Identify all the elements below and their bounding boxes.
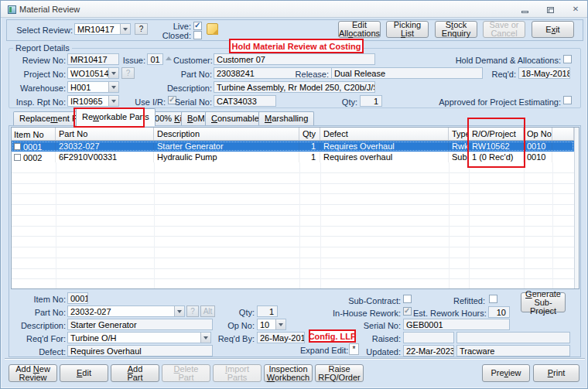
spin-up-icon[interactable] — [165, 55, 173, 63]
material-review-window: Material Review ✕ Select Review: MR10417… — [0, 0, 588, 389]
detail-reqd-by-field[interactable]: 26-May-2018 — [257, 332, 305, 343]
detail-part-alt-button: Alt — [200, 305, 215, 317]
detail-description-field[interactable]: Starter Generator — [67, 319, 213, 330]
chevron-down-icon[interactable] — [108, 96, 118, 106]
reqd-label: Req'd: — [489, 70, 516, 79]
serial-no-label: Serial No: — [173, 97, 212, 107]
project-no-combo[interactable]: WO10514 — [67, 67, 119, 79]
live-checkbox[interactable] — [193, 22, 202, 30]
restore-button[interactable] — [545, 5, 557, 15]
use-ir-label: Use I/R: — [127, 97, 166, 107]
part-no-label: Part No: — [173, 70, 212, 79]
chevron-down-icon[interactable] — [120, 24, 130, 34]
add-part-button[interactable]: Add Part — [111, 364, 159, 382]
raise-rfq-order-button[interactable]: Raise RFQ/Order — [315, 364, 364, 382]
footer-divider — [5, 358, 585, 360]
picking-list-button[interactable]: Picking List — [386, 21, 429, 38]
updated-date-field[interactable]: 22-Mar-2023 — [403, 345, 454, 357]
chevron-down-icon[interactable] — [174, 306, 184, 316]
select-review-combo[interactable]: MR10417 — [74, 23, 131, 35]
serial-no-field[interactable]: CAT34033 — [214, 95, 276, 107]
chevron-down-icon[interactable] — [108, 68, 118, 78]
table-row[interactable]: 0001 23032-027 Starter Generator 1 Requi… — [12, 141, 574, 152]
detail-serial-no-field[interactable]: GEB0001 — [403, 319, 510, 330]
expand-edit-button[interactable]: * — [349, 343, 359, 355]
warehouse-combo[interactable]: H001 — [67, 81, 119, 93]
col-defect[interactable]: Defect — [320, 128, 449, 140]
raised-by-field[interactable] — [456, 332, 570, 343]
col-ro-project[interactable]: R/O/Project — [469, 128, 524, 140]
expand-edit-label: Expand Edit: — [300, 346, 347, 355]
chevron-down-icon[interactable] — [275, 319, 285, 329]
col-item-no[interactable]: Item No — [12, 128, 56, 140]
issue-field[interactable]: 01 — [147, 53, 163, 65]
closed-checkbox[interactable] — [193, 31, 202, 39]
stock-enquiry-button[interactable]: Stock Enquiry — [435, 21, 477, 38]
insp-rpt-no-label: Insp. Rpt No: — [4, 97, 66, 107]
est-rework-hours-field[interactable]: 10 — [488, 306, 510, 318]
review-no-label: Review No: — [4, 56, 66, 65]
detail-defect-field[interactable]: Requires Overhaul — [67, 345, 213, 357]
close-button[interactable]: ✕ — [569, 5, 582, 14]
preview-button[interactable]: Preview — [482, 364, 530, 382]
import-parts-button: Import Parts — [213, 364, 262, 382]
qty-field[interactable]: 1 — [360, 95, 382, 107]
minimize-button[interactable] — [519, 5, 532, 15]
detail-op-no-combo[interactable]: 10 — [257, 319, 286, 330]
generate-subproject-button[interactable]: Generate Sub-Project — [521, 292, 566, 312]
detail-part-no-label: Part No: — [12, 308, 66, 317]
raised-date-field[interactable] — [403, 332, 454, 343]
col-part-no[interactable]: Part No — [56, 128, 154, 140]
warehouse-label: Warehouse: — [4, 84, 66, 93]
delete-part-button: Delete Part — [162, 364, 210, 382]
hold-demand-checkbox[interactable] — [563, 55, 572, 63]
app-icon — [8, 5, 16, 14]
vertical-scrollbar[interactable] — [574, 128, 579, 288]
insp-rpt-combo[interactable]: IR10965 — [67, 95, 119, 107]
refitted-checkbox[interactable] — [489, 295, 497, 303]
approved-label: Approved for Project Estimating: — [438, 97, 561, 107]
window-title: Material Review — [19, 5, 80, 14]
note-icon[interactable] — [207, 23, 218, 35]
chevron-down-icon[interactable] — [200, 333, 210, 343]
detail-part-no-combo[interactable]: 23032-027 — [67, 305, 185, 317]
detail-reqd-for-combo[interactable]: Turbine O/H — [67, 332, 211, 343]
review-no-field[interactable]: MR10417 — [67, 53, 119, 65]
closed-label: Closed: — [156, 31, 191, 40]
approved-checkbox[interactable] — [563, 96, 572, 104]
col-op-no[interactable]: Op No — [524, 128, 552, 140]
project-help-button: ? — [121, 67, 135, 79]
col-type[interactable]: Type — [449, 128, 469, 140]
exit-button[interactable]: Exit — [532, 21, 574, 38]
inspection-workbench-button[interactable]: Inspection Workbench — [264, 364, 313, 382]
raised-label: Raised: — [362, 334, 401, 343]
qty-label: Qty: — [330, 97, 357, 107]
reqd-date-field[interactable]: 18-May-2018 — [518, 67, 570, 79]
tab-marshalling[interactable]: Marshalling — [258, 111, 314, 126]
row-checkbox[interactable] — [14, 154, 21, 161]
edit-button[interactable]: Edit — [60, 364, 108, 382]
detail-reqd-for-label: Req'd For: — [12, 334, 66, 343]
add-new-review-button[interactable]: Add New Review — [9, 364, 57, 382]
detail-item-no-field[interactable]: 0001 — [67, 292, 88, 304]
release-field[interactable]: Dual Release — [331, 67, 483, 79]
review-help-button[interactable]: ? — [135, 23, 148, 35]
restore-icon — [547, 7, 554, 13]
col-qty[interactable]: Qty — [299, 128, 320, 140]
sub-contract-checkbox[interactable] — [403, 295, 412, 303]
edit-allocations-button[interactable]: Edit Allocations — [338, 21, 381, 38]
row-checkbox[interactable] — [14, 143, 21, 150]
updated-by-field[interactable]: Tracware — [456, 345, 570, 357]
table-row[interactable]: 0002 6F2910V00331 Hydraulic Pump 1 Requi… — [12, 152, 574, 162]
col-description[interactable]: Description — [154, 128, 299, 140]
detail-qty-field[interactable]: 1 — [257, 305, 278, 317]
print-button[interactable]: Print — [533, 364, 579, 382]
tab-reworkable-parts[interactable]: Reworkable Parts — [76, 108, 156, 126]
select-review-label: Select Review: — [16, 26, 73, 35]
detail-qty-label: Qty: — [224, 308, 255, 317]
table-header-row: Item No Part No Description Qty Defect T… — [12, 128, 574, 141]
hold-demand-label: Hold Demand & Allocations: — [446, 56, 561, 65]
customer-field[interactable]: Customer 07 — [214, 53, 375, 65]
chevron-down-icon[interactable] — [108, 82, 118, 92]
description-field[interactable]: Turbine Assembly, Rr Model 250, C20b/J/S… — [214, 81, 375, 93]
